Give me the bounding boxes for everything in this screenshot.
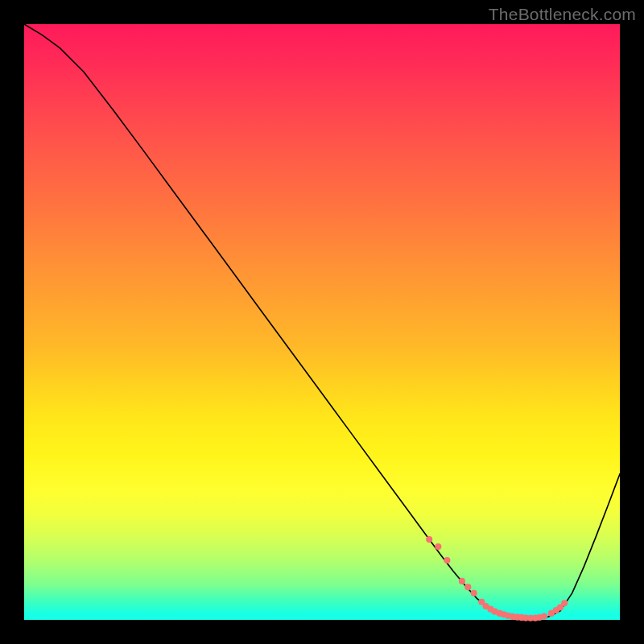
curve-dot xyxy=(471,590,477,597)
curve-dot xyxy=(444,557,450,564)
curve-dot xyxy=(426,536,432,543)
curve-dot xyxy=(459,578,465,584)
bottleneck-curve xyxy=(24,24,620,618)
chart-svg xyxy=(24,24,620,620)
attribution-text: TheBottleneck.com xyxy=(489,5,636,24)
curve-data-points xyxy=(426,536,568,621)
curve-dot xyxy=(541,613,547,619)
curve-dot xyxy=(464,584,471,590)
chart-plot-area xyxy=(24,24,620,620)
curve-dot xyxy=(435,543,441,550)
curve-dot xyxy=(561,600,568,606)
